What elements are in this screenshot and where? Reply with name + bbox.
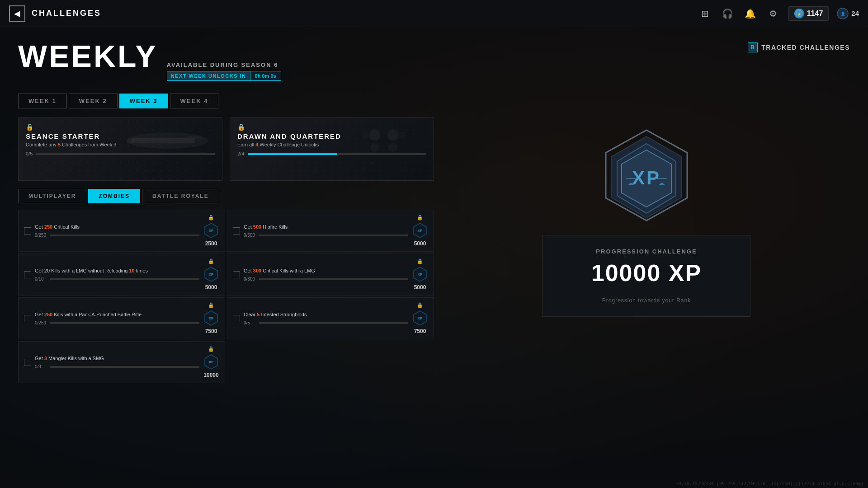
topbar-right: ⊞ 🎧 🔔 ⚙ ⚡ 1147 👤 24	[698, 6, 859, 21]
available-label: AVAILABLE DURING SEASON 6	[167, 61, 281, 68]
challenge-row: Get 500 Hipfire Kills 0/500 🔒	[227, 210, 434, 252]
lock-icon-ch1: 🔒	[208, 215, 214, 221]
back-button[interactable]: ◀	[9, 5, 25, 22]
xp-hex-6: XP	[412, 310, 428, 326]
progress-bar-1	[36, 153, 215, 155]
main-content: WEEKLY AVAILABLE DURING SEASON 6 NEXT WE…	[0, 27, 868, 383]
lock-icon-ch6: 🔒	[417, 302, 423, 308]
challenge-prog-5: 0/250	[35, 320, 199, 325]
prog-bar-2	[259, 235, 408, 236]
challenge-prog-6: 0/5	[244, 320, 408, 325]
xp-hex-7: XP	[203, 354, 219, 370]
xp-val-4: 5000	[414, 284, 426, 291]
challenge-row: Clear 5 Infested Strongholds 0/5 🔒	[227, 297, 434, 339]
grid-icon[interactable]: ⊞	[698, 6, 712, 21]
prog-label-5: 0/250	[35, 320, 47, 325]
challenge-text-4: Get 300 Critical Kills with a LMG 0/300	[244, 267, 408, 282]
progress-bar-2	[248, 153, 426, 155]
challenge-desc-4: Get 300 Critical Kills with a LMG	[244, 267, 408, 274]
lock-icon-ch4: 🔒	[417, 258, 423, 264]
prog-label-7: 0/3	[35, 364, 47, 369]
challenge-desc-2: Get 500 Hipfire Kills	[244, 224, 408, 230]
unlock-card-title-2: DRAWN AND QUARTERED	[237, 132, 426, 140]
currency-value: 1147	[807, 9, 823, 18]
left-panel: 🔒 SEANCE STARTER Complete any 5 Challeng…	[18, 117, 434, 383]
prog-label-6: 0/5	[244, 320, 256, 325]
page-title: CHALLENGES	[32, 9, 101, 18]
challenge-checkbox-6[interactable]	[233, 315, 240, 322]
prog-bar-1	[50, 235, 199, 236]
tab-multiplayer[interactable]: MULTIPLAYER	[18, 189, 86, 203]
progress-wrap-2: 2/4	[237, 151, 426, 156]
challenge-checkbox-1[interactable]	[24, 227, 31, 235]
svg-text:XP: XP	[209, 316, 214, 320]
xp-hex-2: XP	[412, 222, 428, 239]
tab-week-1[interactable]: WEEK 1	[18, 94, 67, 108]
debug-text: 10.18.19750334 [99:255:11278+11:A] Th[72…	[676, 481, 863, 486]
bell-icon[interactable]: 🔔	[743, 6, 758, 21]
challenge-checkbox-3[interactable]	[24, 271, 31, 278]
challenge-row: Get 3 Mangler Kills with a SMG 0/3 🔒	[18, 341, 225, 383]
next-week-label: NEXT WEEK UNLOCKS IN	[167, 71, 250, 81]
card-content-1: 🔒 SEANCE STARTER Complete any 5 Challeng…	[19, 118, 222, 163]
level-icon: 👤	[837, 8, 849, 19]
lock-icon-ch3: 🔒	[208, 258, 214, 264]
challenge-checkbox-2[interactable]	[233, 227, 240, 235]
prog-bar-7	[50, 366, 199, 368]
page-header: WEEKLY AVAILABLE DURING SEASON 6 NEXT WE…	[18, 41, 850, 83]
prog-bar-5	[50, 322, 199, 324]
topbar-left: ◀ CHALLENGES	[9, 5, 101, 22]
lock-icon-ch7: 🔒	[208, 346, 214, 352]
progress-fill-2	[248, 153, 337, 155]
content-area: 🔒 SEANCE STARTER Complete any 5 Challeng…	[18, 117, 850, 383]
svg-text:XP: XP	[418, 229, 423, 233]
challenge-text-1: Get 250 Critical Kills 0/250	[35, 224, 199, 238]
card-content-2: 🔒 DRAWN AND QUARTERED Earn all 4 Weekly …	[230, 118, 434, 163]
tracked-challenges-button[interactable]: B TRACKED CHALLENGES	[748, 41, 850, 54]
challenge-checkbox-7[interactable]	[24, 359, 31, 366]
challenge-checkbox-4[interactable]	[233, 271, 240, 278]
challenge-prog-2: 0/500	[244, 233, 408, 238]
level-value: 24	[851, 9, 859, 17]
challenge-desc-6: Clear 5 Infested Strongholds	[244, 311, 408, 318]
prog-bar-3	[50, 278, 199, 280]
challenge-row: Get 250 Critical Kills 0/250 🔒	[18, 210, 225, 252]
xp-val-3: 5000	[205, 284, 217, 291]
xp-val-6: 7500	[414, 328, 426, 334]
tab-zombies[interactable]: ZOMBIES	[88, 189, 140, 203]
challenge-right-3: 🔒 XP 5000	[203, 258, 219, 291]
gear-icon[interactable]: ⚙	[766, 6, 780, 21]
xp-val-2: 5000	[414, 240, 426, 247]
lock-icon-1: 🔒	[26, 123, 215, 131]
lock-icon-ch2: 🔒	[417, 215, 423, 221]
svg-text:XP: XP	[632, 167, 661, 188]
xp-hex-5: XP	[203, 310, 219, 326]
xp-val-5: 7500	[205, 328, 217, 334]
unlock-card-desc-1: Complete any 5 Challenges from Week 3	[26, 142, 215, 147]
headset-icon[interactable]: 🎧	[721, 6, 735, 21]
challenge-right-6: 🔒 XP 7500	[412, 302, 428, 334]
challenge-text-3: Get 20 Kills with a LMG without Reloadin…	[35, 267, 199, 282]
tab-week-2[interactable]: WEEK 2	[69, 94, 118, 108]
progress-label-1: 0/5	[26, 151, 33, 156]
header-meta: AVAILABLE DURING SEASON 6 NEXT WEEK UNLO…	[167, 61, 281, 83]
challenge-desc-5: Get 250 Kills with a Pack-A-Punched Batt…	[35, 311, 199, 318]
progression-box: PROGRESSION CHALLENGE 10000 XP Progressi…	[542, 235, 750, 317]
challenge-text-6: Clear 5 Infested Strongholds 0/5	[244, 311, 408, 325]
challenge-right-2: 🔒 XP 5000	[412, 215, 428, 247]
challenge-right-4: 🔒 XP 5000	[412, 258, 428, 291]
prog-label-1: 0/250	[35, 233, 47, 238]
tab-week-3[interactable]: WEEK 3	[119, 94, 168, 108]
svg-text:⚡: ⚡	[797, 12, 802, 16]
currency-block: ⚡ 1147	[788, 6, 829, 21]
tab-week-4[interactable]: WEEK 4	[170, 94, 219, 108]
svg-text:XP: XP	[209, 229, 214, 233]
week-tabs: WEEK 1 WEEK 2 WEEK 3 WEEK 4	[18, 94, 850, 108]
progression-xp-value: 10000 XP	[557, 259, 736, 286]
next-week-time: 0h 0m 0s	[250, 71, 281, 81]
topbar: ◀ CHALLENGES ⊞ 🎧 🔔 ⚙ ⚡ 1147 👤 24	[0, 0, 868, 27]
challenge-checkbox-5[interactable]	[24, 315, 31, 322]
lock-icon-ch5: 🔒	[208, 302, 214, 308]
svg-text:XP: XP	[209, 272, 214, 277]
tab-battle-royale[interactable]: BATTLE ROYALE	[142, 189, 219, 203]
